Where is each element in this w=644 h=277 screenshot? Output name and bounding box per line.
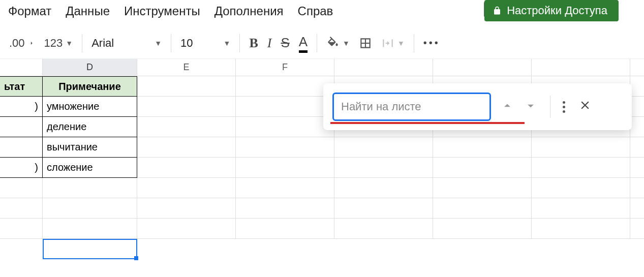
cell[interactable] (0, 137, 43, 158)
cell[interactable] (630, 219, 644, 239)
cell-selection (43, 239, 137, 259)
annotation-underline (330, 122, 525, 124)
cell[interactable] (630, 178, 644, 198)
column-header[interactable] (0, 59, 43, 76)
cell[interactable] (334, 219, 433, 239)
lock-icon (493, 6, 502, 15)
menu-help[interactable]: Справ (298, 4, 333, 18)
cell[interactable] (43, 178, 137, 198)
cell[interactable] (334, 178, 433, 198)
chevron-down-icon: ▼ (66, 39, 73, 47)
table-row (0, 198, 644, 219)
font-family-select[interactable]: Arial ▼ (91, 37, 162, 50)
cell[interactable] (236, 198, 334, 219)
cell[interactable] (137, 198, 236, 219)
cell[interactable] (630, 198, 644, 219)
cell[interactable] (236, 158, 334, 178)
merge-cells-button[interactable]: ▼ (381, 37, 405, 50)
cell[interactable] (137, 117, 236, 137)
table-row: ) сложение (0, 158, 644, 178)
cell[interactable] (532, 158, 630, 178)
column-header[interactable] (630, 59, 644, 76)
cell[interactable] (43, 198, 137, 219)
cell[interactable] (137, 219, 236, 239)
borders-button[interactable] (359, 37, 372, 50)
cell[interactable] (433, 198, 532, 219)
close-find-button[interactable] (574, 96, 596, 117)
cell[interactable] (433, 158, 532, 178)
cell[interactable] (334, 137, 433, 158)
cell[interactable] (137, 76, 236, 97)
cell[interactable] (0, 198, 43, 219)
cell[interactable] (236, 219, 334, 239)
cell[interactable] (433, 219, 532, 239)
cell[interactable]: сложение (43, 158, 137, 178)
find-in-sheet-panel (323, 83, 632, 130)
cell[interactable] (334, 158, 433, 178)
cell[interactable] (532, 198, 630, 219)
menu-tools[interactable]: Инструменты (124, 4, 200, 18)
table-row: вычитание (0, 137, 644, 158)
cell[interactable] (236, 117, 334, 137)
cell[interactable] (137, 97, 236, 117)
cell[interactable] (0, 219, 43, 239)
share-label: Настройки Доступа (507, 4, 607, 17)
find-prev-button[interactable] (500, 99, 514, 115)
cell[interactable] (236, 97, 334, 117)
cell[interactable] (236, 137, 334, 158)
column-header-f[interactable]: F (236, 59, 334, 76)
strikethrough-button[interactable]: S (281, 35, 289, 51)
cell[interactable] (0, 117, 43, 137)
cell[interactable]: вычитание (43, 137, 137, 158)
number-format-button[interactable]: 123 ▼ (44, 37, 73, 50)
cell[interactable] (43, 219, 137, 239)
cell[interactable] (236, 76, 334, 97)
cell[interactable] (236, 178, 334, 198)
font-size-select[interactable]: 10 ▼ (180, 37, 230, 50)
text-color-button[interactable]: A (299, 34, 308, 52)
cell[interactable] (630, 76, 644, 97)
share-button[interactable]: Настройки Доступа (484, 0, 619, 21)
cell[interactable] (137, 178, 236, 198)
borders-icon (359, 37, 372, 50)
find-options-button[interactable] (563, 101, 565, 113)
cell[interactable] (630, 117, 644, 137)
cell[interactable] (433, 137, 532, 158)
arrow-right-icon (28, 40, 35, 47)
column-header[interactable] (334, 59, 433, 76)
cell[interactable]: ьтат (0, 76, 43, 97)
cell[interactable]: Примечание (43, 76, 137, 97)
fill-color-button[interactable]: ▼ (326, 37, 350, 50)
bold-button[interactable]: B (249, 36, 258, 51)
cell[interactable]: умножение (43, 97, 137, 117)
cell[interactable] (630, 137, 644, 158)
column-header[interactable] (433, 59, 532, 76)
cell[interactable] (532, 137, 630, 158)
column-header-e[interactable]: E (137, 59, 236, 76)
find-next-button[interactable] (524, 99, 538, 115)
table-row (0, 178, 644, 198)
column-header[interactable] (532, 59, 630, 76)
cell[interactable] (532, 178, 630, 198)
cell[interactable] (630, 97, 644, 117)
cell[interactable]: ) (0, 158, 43, 178)
chevron-down-icon: ▼ (155, 39, 162, 47)
cell[interactable] (137, 137, 236, 158)
cell[interactable] (334, 198, 433, 219)
cell[interactable] (0, 178, 43, 198)
find-input[interactable] (332, 93, 491, 121)
column-header-d[interactable]: D (43, 59, 137, 76)
cell[interactable]: деление (43, 117, 137, 137)
menu-addons[interactable]: Дополнения (214, 4, 284, 18)
chevron-down-icon: ▼ (343, 39, 350, 47)
more-tools-button[interactable]: ••• (423, 37, 440, 49)
cell[interactable] (433, 178, 532, 198)
italic-button[interactable]: I (267, 36, 272, 51)
cell[interactable]: ) (0, 97, 43, 117)
decrease-decimal-button[interactable]: .00 (9, 37, 35, 50)
cell[interactable] (137, 158, 236, 178)
menu-format[interactable]: Формат (8, 4, 51, 18)
cell[interactable] (630, 158, 644, 178)
menu-data[interactable]: Данные (66, 4, 110, 18)
cell[interactable] (532, 219, 630, 239)
